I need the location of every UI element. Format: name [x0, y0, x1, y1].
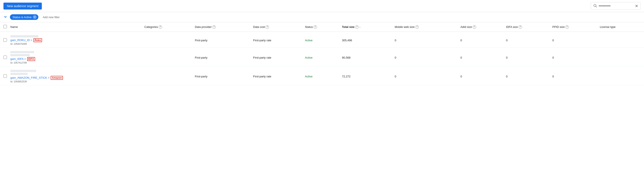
row-2-name-link[interactable]: gam_IDFA >	[10, 57, 27, 60]
add-filter-button[interactable]: Add new filter	[41, 15, 62, 20]
search-box: ✕	[591, 2, 640, 10]
row-1-license-type	[598, 32, 644, 48]
col-header-ppid-size: PPID size ?	[551, 22, 598, 32]
row-1-total-size: 305,496	[340, 32, 393, 48]
search-clear-button[interactable]: ✕	[635, 4, 638, 8]
row-checkbox-cell	[0, 66, 8, 85]
row-checkbox-cell	[0, 32, 8, 48]
row-3-name-cell: gam_AMAZON_FIRE_STICK > Amazon Id: 10568…	[8, 66, 143, 85]
row-3-adid-size: 0	[459, 66, 504, 85]
row-2-name-cell: gam_IDFA > IDFA Id: 1057412789	[8, 48, 143, 66]
new-segment-button[interactable]: New audience segment	[4, 3, 42, 10]
row-2-categories	[143, 48, 193, 66]
table-header-row: Name Categories ? Data provider ?	[0, 22, 644, 32]
row-1-name-link[interactable]: gam_ROKU_ID >	[10, 39, 33, 42]
row-1-ppid-size: 0	[551, 32, 598, 48]
row-3-data-cost: First-party rate	[251, 66, 303, 85]
row-2-status-value: Active	[305, 56, 312, 59]
categories-help-icon[interactable]: ?	[159, 25, 162, 29]
row-1-name-id: Id: 1056076489	[10, 43, 141, 45]
row-3-license-type	[598, 66, 644, 85]
row-1-name-blurred	[10, 35, 38, 37]
row-3-ppid-size: 0	[551, 66, 598, 85]
status-help-icon[interactable]: ?	[314, 25, 317, 29]
row-1-status: Active	[303, 32, 340, 48]
row-3-categories	[143, 66, 193, 85]
col-header-mobile-web-size: Mobile web size ?	[393, 22, 459, 32]
row-1-categories	[143, 32, 193, 48]
row-3-mobile-web-size: 0	[393, 66, 459, 85]
filter-icon	[4, 15, 7, 20]
col-header-status: Status ?	[303, 22, 340, 32]
filter-chip-label: Status is Active	[12, 16, 32, 19]
mobile-web-size-help-icon[interactable]: ?	[415, 25, 419, 29]
col-header-checkbox	[0, 22, 8, 32]
toolbar-left: New audience segment	[4, 3, 42, 10]
row-2-name-tag: IDFA	[27, 57, 35, 61]
ppid-size-help-icon[interactable]: ?	[565, 25, 569, 29]
col-header-total-size: Total size ? ↓	[340, 22, 393, 32]
col-header-license-type: License type	[598, 22, 644, 32]
row-2-mobile-web-size: 0	[393, 48, 459, 66]
table-row: gam_AMAZON_FIRE_STICK > Amazon Id: 10568…	[0, 66, 644, 85]
row-2-adid-size: 0	[459, 48, 504, 66]
col-header-adid-size: AdId size ?	[459, 22, 504, 32]
svg-line-1	[596, 6, 596, 7]
row-2-checkbox[interactable]	[4, 56, 7, 59]
data-cost-help-icon[interactable]: ?	[266, 25, 269, 29]
row-1-name-cell: gam_ROKU_ID > Roku Id: 1056076489	[8, 32, 143, 48]
row-2-ppid-size: 0	[551, 48, 598, 66]
adid-size-help-icon[interactable]: ?	[473, 25, 476, 29]
select-all-checkbox[interactable]	[4, 25, 7, 28]
col-header-name: Name	[8, 22, 143, 32]
filter-bar: Status is Active × Add new filter	[0, 12, 644, 22]
row-1-checkbox[interactable]	[4, 38, 7, 42]
row-3-checkbox[interactable]	[4, 74, 7, 78]
row-3-name-tag: Amazon	[51, 76, 63, 80]
row-1-data-cost: First-party rate	[251, 32, 303, 48]
row-1-status-value: Active	[305, 39, 312, 42]
row-1-adid-size: 0	[459, 32, 504, 48]
idfa-size-help-icon[interactable]: ?	[518, 25, 522, 29]
col-header-data-cost: Data cost ?	[251, 22, 303, 32]
row-1-mobile-web-size: 0	[393, 32, 459, 48]
total-size-sort-icon[interactable]: ↓	[359, 26, 360, 29]
filter-chip-close-button[interactable]: ×	[33, 15, 37, 19]
data-provider-help-icon[interactable]: ?	[212, 25, 216, 29]
search-input[interactable]	[599, 4, 633, 8]
toolbar-right: ✕	[591, 2, 640, 10]
row-2-data-provider: First-party	[193, 48, 251, 66]
row-3-data-provider: First-party	[193, 66, 251, 85]
row-checkbox-cell	[0, 48, 8, 66]
table-container: Name Categories ? Data provider ?	[0, 22, 644, 85]
col-header-idfa-size: IDFA size ?	[504, 22, 551, 32]
row-2-idfa-size: 0	[504, 48, 551, 66]
segments-table: Name Categories ? Data provider ?	[0, 22, 644, 85]
toolbar: New audience segment ✕	[0, 0, 644, 12]
row-3-name-link[interactable]: gam_AMAZON_FIRE_STICK >	[10, 76, 50, 79]
row-2-total-size: 90,568	[340, 48, 393, 66]
row-2-name-id: Id: 1057412789	[10, 61, 141, 64]
search-icon	[593, 4, 597, 8]
row-2-status: Active	[303, 48, 340, 66]
row-3-idfa-size: 0	[504, 66, 551, 85]
table-row: gam_IDFA > IDFA Id: 1057412789 First-par…	[0, 48, 644, 66]
row-3-total-size: 72,272	[340, 66, 393, 85]
row-3-name-id: Id: 1056852539	[10, 80, 141, 83]
row-3-status: Active	[303, 66, 340, 85]
row-1-data-provider: First-party	[193, 32, 251, 48]
table-row: gam_ROKU_ID > Roku Id: 1056076489 First-…	[0, 32, 644, 48]
total-size-help-icon[interactable]: ?	[355, 25, 359, 29]
row-2-data-cost: First-party rate	[251, 48, 303, 66]
filter-chip-status-active[interactable]: Status is Active ×	[10, 14, 38, 20]
row-2-license-type	[598, 48, 644, 66]
row-3-status-value: Active	[305, 75, 312, 78]
row-1-idfa-size: 0	[504, 32, 551, 48]
col-header-data-provider: Data provider ?	[193, 22, 251, 32]
row-1-name-tag: Roku	[34, 38, 42, 42]
col-header-categories: Categories ?	[143, 22, 193, 32]
